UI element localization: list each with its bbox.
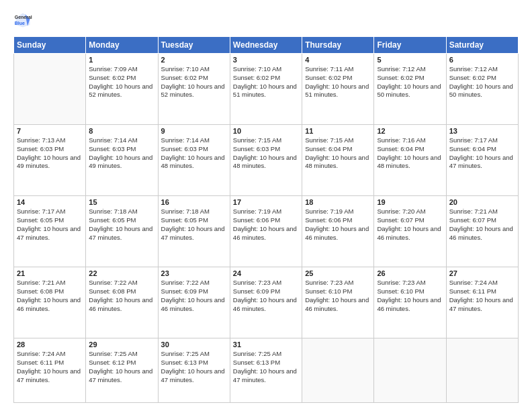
day-number: 3 [233, 56, 299, 64]
daylight: Daylight: 10 hours and 48 minutes. [305, 154, 371, 171]
day-number: 12 [377, 127, 443, 135]
calendar-cell: 10 Sunrise: 7:15 AM Sunset: 6:03 PM Dayl… [230, 125, 302, 196]
calendar-cell: 13 Sunrise: 7:17 AM Sunset: 6:04 PM Dayl… [446, 125, 518, 196]
daylight: Daylight: 10 hours and 47 minutes. [233, 367, 299, 385]
sunrise: Sunrise: 7:18 AM [89, 208, 154, 216]
sunrise: Sunrise: 7:21 AM [449, 208, 515, 216]
day-info: Sunrise: 7:10 AM Sunset: 6:02 PM Dayligh… [233, 65, 299, 99]
sunset: Sunset: 6:02 PM [449, 74, 515, 83]
sunset: Sunset: 6:03 PM [17, 145, 83, 154]
day-number: 29 [89, 340, 154, 349]
sunrise: Sunrise: 7:09 AM [89, 65, 154, 74]
day-number: 21 [17, 269, 83, 277]
sunset: Sunset: 6:02 PM [377, 74, 443, 83]
day-number: 25 [305, 269, 371, 277]
calendar-cell: 25 Sunrise: 7:23 AM Sunset: 6:10 PM Dayl… [302, 267, 374, 338]
daylight: Daylight: 10 hours and 47 minutes. [161, 367, 227, 385]
day-number: 16 [161, 198, 227, 206]
calendar-cell: 15 Sunrise: 7:18 AM Sunset: 6:05 PM Dayl… [86, 196, 158, 267]
sunrise: Sunrise: 7:10 AM [233, 65, 299, 74]
day-info: Sunrise: 7:20 AM Sunset: 6:07 PM Dayligh… [377, 208, 443, 242]
daylight: Daylight: 10 hours and 47 minutes. [161, 225, 227, 242]
day-info: Sunrise: 7:22 AM Sunset: 6:09 PM Dayligh… [161, 279, 227, 313]
sunset: Sunset: 6:02 PM [305, 74, 371, 83]
sunset: Sunset: 6:10 PM [305, 287, 371, 296]
sunset: Sunset: 6:04 PM [377, 145, 443, 154]
sunset: Sunset: 6:08 PM [89, 287, 154, 296]
daylight: Daylight: 10 hours and 46 minutes. [233, 296, 299, 314]
calendar-cell: 7 Sunrise: 7:13 AM Sunset: 6:03 PM Dayli… [14, 125, 86, 196]
calendar-cell: 1 Sunrise: 7:09 AM Sunset: 6:02 PM Dayli… [86, 54, 158, 125]
day-info: Sunrise: 7:23 AM Sunset: 6:10 PM Dayligh… [305, 279, 371, 313]
sunset: Sunset: 6:03 PM [161, 145, 227, 154]
calendar-cell: 29 Sunrise: 7:25 AM Sunset: 6:12 PM Dayl… [86, 338, 158, 403]
daylight: Daylight: 10 hours and 46 minutes. [305, 296, 371, 314]
sunset: Sunset: 6:13 PM [161, 359, 227, 367]
sunset: Sunset: 6:09 PM [161, 287, 227, 296]
sunrise: Sunrise: 7:16 AM [377, 136, 443, 145]
sunset: Sunset: 6:09 PM [233, 287, 299, 296]
svg-text:General: General [15, 15, 32, 19]
calendar-cell: 12 Sunrise: 7:16 AM Sunset: 6:04 PM Dayl… [374, 125, 446, 196]
sunrise: Sunrise: 7:15 AM [305, 136, 371, 145]
logo-icon: General Blue [13, 11, 32, 30]
day-info: Sunrise: 7:15 AM Sunset: 6:04 PM Dayligh… [305, 136, 371, 171]
sunset: Sunset: 6:11 PM [17, 359, 83, 367]
calendar-cell: 27 Sunrise: 7:24 AM Sunset: 6:11 PM Dayl… [446, 267, 518, 338]
calendar-cell: 18 Sunrise: 7:19 AM Sunset: 6:06 PM Dayl… [302, 196, 374, 267]
col-header-wednesday: Wednesday [230, 37, 302, 54]
logo: General Blue [13, 11, 35, 30]
sunset: Sunset: 6:12 PM [89, 359, 154, 367]
day-info: Sunrise: 7:24 AM Sunset: 6:11 PM Dayligh… [449, 279, 515, 313]
day-info: Sunrise: 7:21 AM Sunset: 6:07 PM Dayligh… [449, 208, 515, 242]
sunrise: Sunrise: 7:21 AM [17, 279, 83, 287]
header: General Blue [13, 11, 519, 30]
sunrise: Sunrise: 7:22 AM [161, 279, 227, 287]
day-info: Sunrise: 7:11 AM Sunset: 6:02 PM Dayligh… [305, 65, 371, 99]
day-info: Sunrise: 7:23 AM Sunset: 6:09 PM Dayligh… [233, 279, 299, 313]
daylight: Daylight: 10 hours and 47 minutes. [17, 367, 83, 385]
sunrise: Sunrise: 7:12 AM [449, 65, 515, 74]
sunrise: Sunrise: 7:19 AM [305, 208, 371, 216]
daylight: Daylight: 10 hours and 46 minutes. [449, 225, 515, 242]
daylight: Daylight: 10 hours and 46 minutes. [17, 296, 83, 314]
day-number: 26 [377, 269, 443, 277]
day-info: Sunrise: 7:17 AM Sunset: 6:04 PM Dayligh… [449, 136, 515, 171]
daylight: Daylight: 10 hours and 47 minutes. [89, 225, 154, 242]
sunset: Sunset: 6:05 PM [161, 216, 227, 225]
sunrise: Sunrise: 7:18 AM [161, 208, 227, 216]
calendar-cell: 17 Sunrise: 7:19 AM Sunset: 6:06 PM Dayl… [230, 196, 302, 267]
sunrise: Sunrise: 7:12 AM [377, 65, 443, 74]
day-info: Sunrise: 7:19 AM Sunset: 6:06 PM Dayligh… [233, 208, 299, 242]
day-info: Sunrise: 7:19 AM Sunset: 6:06 PM Dayligh… [305, 208, 371, 242]
calendar-cell: 6 Sunrise: 7:12 AM Sunset: 6:02 PM Dayli… [446, 54, 518, 125]
sunrise: Sunrise: 7:13 AM [17, 136, 83, 145]
sunrise: Sunrise: 7:11 AM [305, 65, 371, 74]
day-number: 23 [161, 269, 227, 277]
day-info: Sunrise: 7:21 AM Sunset: 6:08 PM Dayligh… [17, 279, 83, 313]
sunrise: Sunrise: 7:10 AM [161, 65, 227, 74]
sunset: Sunset: 6:07 PM [377, 216, 443, 225]
calendar-cell: 11 Sunrise: 7:15 AM Sunset: 6:04 PM Dayl… [302, 125, 374, 196]
calendar-cell: 20 Sunrise: 7:21 AM Sunset: 6:07 PM Dayl… [446, 196, 518, 267]
calendar-cell: 24 Sunrise: 7:23 AM Sunset: 6:09 PM Dayl… [230, 267, 302, 338]
day-info: Sunrise: 7:12 AM Sunset: 6:02 PM Dayligh… [449, 65, 515, 99]
sunset: Sunset: 6:06 PM [305, 216, 371, 225]
daylight: Daylight: 10 hours and 51 minutes. [305, 83, 371, 100]
day-number: 15 [89, 198, 154, 206]
sunrise: Sunrise: 7:17 AM [449, 136, 515, 145]
calendar-cell: 21 Sunrise: 7:21 AM Sunset: 6:08 PM Dayl… [14, 267, 86, 338]
calendar-cell: 5 Sunrise: 7:12 AM Sunset: 6:02 PM Dayli… [374, 54, 446, 125]
day-number: 31 [233, 340, 299, 349]
day-info: Sunrise: 7:18 AM Sunset: 6:05 PM Dayligh… [89, 208, 154, 242]
calendar-cell [374, 338, 446, 403]
day-info: Sunrise: 7:10 AM Sunset: 6:02 PM Dayligh… [161, 65, 227, 99]
daylight: Daylight: 10 hours and 50 minutes. [377, 83, 443, 100]
daylight: Daylight: 10 hours and 50 minutes. [449, 83, 515, 100]
sunrise: Sunrise: 7:23 AM [377, 279, 443, 287]
calendar-cell [446, 338, 518, 403]
sunset: Sunset: 6:10 PM [377, 287, 443, 296]
calendar-cell: 9 Sunrise: 7:14 AM Sunset: 6:03 PM Dayli… [158, 125, 230, 196]
day-number: 14 [17, 198, 83, 206]
day-number: 30 [161, 340, 227, 349]
